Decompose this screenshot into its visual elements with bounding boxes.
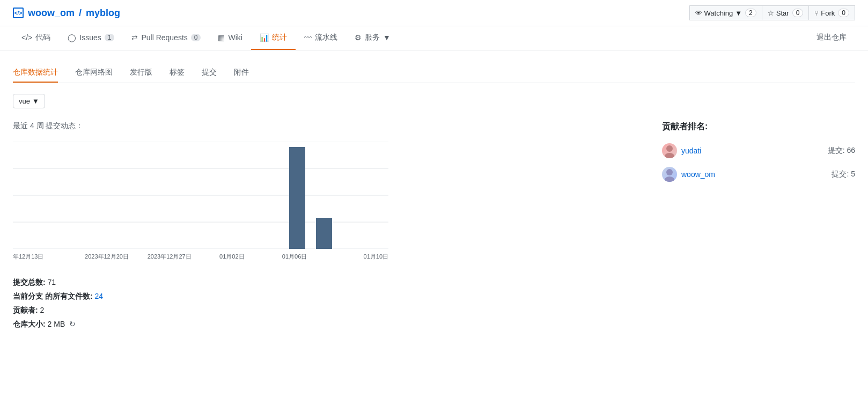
sub-nav-attachments[interactable]: 附件 <box>234 63 249 83</box>
refresh-icon[interactable]: ↻ <box>69 320 76 328</box>
xaxis-label-0: 年12月13日 <box>13 253 76 261</box>
contributor-left-1: woow_om <box>662 167 715 182</box>
top-bar: </> woow_om / myblog 👁 Watching ▼ 2 ☆ St… <box>0 0 868 26</box>
fork-icon: ⑂ <box>814 9 819 17</box>
xaxis-label-4: 01月06日 <box>263 253 326 261</box>
sub-nav-repo-stats[interactable]: 仓库数据统计 <box>13 63 58 83</box>
sub-nav-commits[interactable]: 提交 <box>202 63 217 83</box>
star-count: 0 <box>792 9 804 17</box>
contributor-left-0: yudati <box>662 143 701 158</box>
sub-nav: 仓库数据统计 仓库网络图 发行版 标签 提交 附件 <box>13 63 855 83</box>
services-dropdown-icon: ▼ <box>383 33 391 42</box>
contributor-name-1[interactable]: woow_om <box>681 170 715 179</box>
repo-icon: </> <box>13 8 24 18</box>
sub-nav-network[interactable]: 仓库网络图 <box>75 63 113 83</box>
pipeline-icon: 〰 <box>304 33 312 42</box>
tab-issues[interactable]: ◯ Issues 1 <box>59 27 123 49</box>
repo-separator: / <box>79 8 82 19</box>
branch-selector[interactable]: vue ▼ <box>13 94 45 108</box>
branch-name: vue <box>19 97 30 105</box>
tab-stats[interactable]: 📊 统计 <box>251 26 296 50</box>
fork-count: 0 <box>838 9 849 17</box>
contributor-row-1: woow_om 提交: 5 <box>662 167 855 182</box>
tab-pulls[interactable]: ⇄ Pull Requests 0 <box>123 27 209 49</box>
watching-button[interactable]: 👁 Watching ▼ 2 <box>689 5 762 20</box>
content-area: 仓库数据统计 仓库网络图 发行版 标签 提交 附件 vue ▼ 最近 4 周 提… <box>0 50 868 347</box>
avatar-yudati <box>662 143 677 158</box>
repo-name: myblog <box>86 8 120 19</box>
pulls-badge: 0 <box>191 34 201 41</box>
size-row: 仓库大小: 2 MB ↻ <box>13 320 641 329</box>
sub-nav-tags[interactable]: 标签 <box>170 63 185 83</box>
branch-dropdown-icon: ▼ <box>32 97 39 105</box>
repo-title[interactable]: </> woow_om / myblog <box>13 8 120 19</box>
svg-point-7 <box>666 169 673 175</box>
files-row: 当前分支 的所有文件数: 24 <box>13 292 641 301</box>
total-commits-row: 提交总数: 71 <box>13 278 641 288</box>
avatar-woow <box>662 167 677 182</box>
xaxis-label-5: 01月10日 <box>326 253 388 261</box>
stats-icon: 📊 <box>260 33 269 42</box>
wiki-icon: ▦ <box>218 33 225 42</box>
right-panel: 贡献者排名: yudati 提交: 66 <box>662 121 855 334</box>
tab-code[interactable]: </> 代码 <box>13 26 59 50</box>
contributor-row-0: yudati 提交: 66 <box>662 143 855 158</box>
xaxis-label-1: 2023年12月20日 <box>76 253 138 261</box>
contributor-name-0[interactable]: yudati <box>681 146 701 155</box>
bar-12 <box>316 218 332 249</box>
contributors-row: 贡献者: 2 <box>13 306 641 315</box>
fork-button[interactable]: ⑂ Fork 0 <box>808 5 855 20</box>
action-buttons: 👁 Watching ▼ 2 ☆ Star 0 ⑂ Fork 0 <box>689 5 856 20</box>
tab-wiki[interactable]: ▦ Wiki <box>209 27 251 49</box>
code-icon: </> <box>21 33 32 42</box>
watching-dropdown-icon: ▼ <box>735 9 742 17</box>
contributor-commits-1: 提交: 5 <box>832 170 855 179</box>
chart-title: 最近 4 周 提交动态： <box>13 121 641 131</box>
eye-icon: 👁 <box>695 9 702 17</box>
tab-pipeline[interactable]: 〰 流水线 <box>296 26 346 50</box>
stats-container: 最近 4 周 提交动态： <box>13 121 855 334</box>
stats-summary: 提交总数: 71 当前分支 的所有文件数: 24 贡献者: 2 仓库大小: 2 … <box>13 278 641 329</box>
star-icon: ☆ <box>768 9 774 17</box>
sub-nav-releases[interactable]: 发行版 <box>130 63 152 83</box>
nav-tabs: </> 代码 ◯ Issues 1 ⇄ Pull Requests 0 ▦ Wi… <box>0 26 868 50</box>
watching-count: 2 <box>745 9 756 17</box>
issues-badge: 1 <box>105 34 115 41</box>
bar-11 <box>289 147 305 249</box>
issues-icon: ◯ <box>68 33 76 42</box>
services-icon: ⚙ <box>355 33 362 42</box>
pulls-icon: ⇄ <box>131 33 138 42</box>
star-button[interactable]: ☆ Star 0 <box>762 5 809 20</box>
contributors-title: 贡献者排名: <box>662 121 855 133</box>
chart-svg <box>13 142 388 249</box>
svg-point-8 <box>665 176 674 182</box>
svg-point-6 <box>665 153 674 158</box>
repo-owner: woow_om <box>28 8 75 19</box>
xaxis-label-2: 2023年12月27日 <box>138 253 201 261</box>
size-label: 仓库大小: <box>13 320 46 328</box>
svg-point-5 <box>666 145 673 152</box>
xaxis-label-3: 01月02日 <box>201 253 263 261</box>
files-label: 当前分支 的所有文件数: <box>13 292 93 300</box>
contributor-commits-0: 提交: 66 <box>828 146 855 156</box>
chart-xaxis: 年12月13日 2023年12月20日 2023年12月27日 01月02日 0… <box>13 253 388 261</box>
tab-exit[interactable]: 退出仓库 <box>808 26 855 50</box>
contributors-label: 贡献者: <box>13 306 38 314</box>
total-commits-label: 提交总数: <box>13 278 46 286</box>
commit-chart: 年12月13日 2023年12月20日 2023年12月27日 01月02日 0… <box>13 142 641 261</box>
tab-services[interactable]: ⚙ 服务 ▼ <box>346 26 399 50</box>
left-panel: 最近 4 周 提交动态： <box>13 121 641 334</box>
